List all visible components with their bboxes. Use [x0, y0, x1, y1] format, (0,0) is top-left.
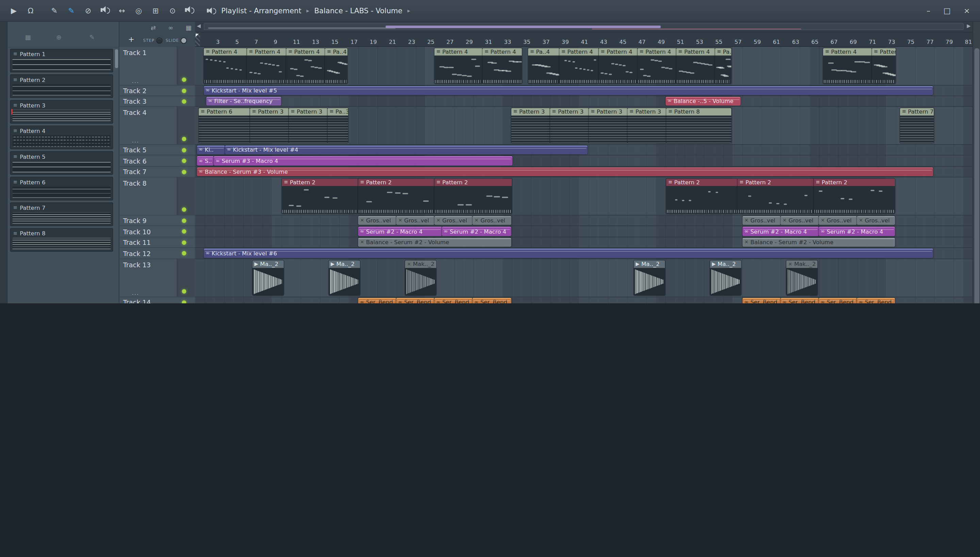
muted-clip[interactable]: ×Balance - Serum #2 - Volume — [743, 238, 895, 247]
step-toggle-knob[interactable] — [156, 37, 162, 44]
track-header-12[interactable]: Track 12 — [119, 248, 195, 259]
minimize-button[interactable]: – — [926, 6, 930, 15]
pattern-snap-icon[interactable]: ⊕ — [56, 34, 61, 41]
pattern-clip[interactable]: ≡Pattern 3 — [250, 108, 289, 143]
step-toggle[interactable]: STEP — [143, 37, 163, 44]
auto-clip[interactable]: ∞Serum #2 - Macro 4 — [358, 227, 442, 236]
auto-clip[interactable]: ∞Kickstart - Mix level #6 — [204, 249, 933, 258]
pattern-clip[interactable]: ≡Pattern 4 — [637, 48, 676, 84]
auto-clip[interactable]: ∞Ki.. — [197, 145, 225, 155]
auto-clip[interactable]: ∞Balance - Serum #3 - Volume — [197, 167, 933, 176]
pattern-item-2[interactable]: ≡Pattern 2 — [10, 75, 113, 98]
track-lane-7[interactable]: ∞Balance - Serum #3 - Volume — [195, 167, 972, 177]
maximize-button[interactable]: □ — [944, 6, 951, 15]
track-header-10[interactable]: Track 10 — [119, 226, 195, 237]
track-header-14[interactable]: Track 14 — [119, 297, 195, 303]
audio-clip[interactable]: ×Mak.._2 — [405, 261, 436, 295]
track-mute-led[interactable] — [182, 99, 186, 103]
muted-clip[interactable]: ×Balance - Serum #2 - Volume — [358, 238, 511, 247]
song-minimap[interactable] — [204, 23, 964, 30]
preview-speaker-icon[interactable] — [185, 6, 194, 16]
muted-clip[interactable]: ×Gros..vel — [358, 216, 396, 225]
track-header-11[interactable]: Track 11 — [119, 237, 195, 248]
muted-clip[interactable]: ×Gros..vel — [473, 216, 511, 225]
close-button[interactable]: × — [964, 6, 970, 15]
track-lane-11[interactable]: ×Balance - Serum #2 - Volume×Balance - S… — [195, 237, 972, 248]
track-mute-led[interactable] — [182, 88, 186, 93]
muted-clip[interactable]: ×Gros..vel — [857, 216, 895, 225]
track-mute-led[interactable] — [182, 240, 186, 244]
auto-clip[interactable]: ∞Serum #2 - Macro 4 — [442, 227, 511, 236]
track-lane-2[interactable]: ∞Kickstart - Mix level #5 — [195, 86, 972, 96]
track-mute-led[interactable] — [182, 229, 186, 234]
track-header-2[interactable]: Track 2 — [119, 86, 195, 96]
track-mute-led[interactable] — [182, 148, 186, 152]
track-lane-14[interactable]: ∞Ser..Bend∞Ser..Bend∞Ser..Bend∞Ser..Bend… — [195, 297, 972, 303]
track-lane-3[interactable]: ∞Filter - Se..frequency∞Balance -..5 - V… — [195, 96, 972, 107]
add-track-button[interactable]: + — [128, 35, 134, 44]
grid-icon[interactable]: ▦ — [186, 24, 191, 31]
track-header-4[interactable]: Track 4... — [119, 107, 195, 145]
pattern-clip[interactable]: ≡Pattern 2 — [666, 179, 737, 213]
track-mute-led[interactable] — [182, 137, 186, 141]
pattern-clip[interactable]: ≡Pattern 7 — [900, 108, 934, 143]
pattern-item-6[interactable]: ≡Pattern 6 — [10, 177, 113, 200]
track-mute-led[interactable] — [182, 218, 186, 223]
auto-clip[interactable]: ∞Ser..Bend — [819, 298, 857, 303]
auto-clip[interactable]: ∞Ser..Bend — [781, 298, 819, 303]
playback-tool-icon[interactable]: ⊙ — [167, 6, 177, 16]
draw-tool-icon[interactable]: ✎ — [49, 6, 59, 16]
auto-clip[interactable]: ∞Ser..Bend — [434, 298, 473, 303]
zoom-tool-icon[interactable]: ⊞ — [151, 6, 161, 16]
auto-clip[interactable]: ∞Kickstart - Mix level #4 — [225, 145, 587, 155]
auto-clip[interactable]: ∞Serum #2 - Macro 4 — [819, 227, 895, 236]
mute-speaker-icon[interactable] — [100, 6, 110, 16]
pattern-clip[interactable]: ≡Pattern 4 — [204, 48, 247, 84]
track-header-13[interactable]: Track 13... — [119, 259, 195, 297]
track-mute-led[interactable] — [182, 159, 186, 163]
timeline-ruler[interactable]: 3579111315171921232527293133353739414345… — [195, 33, 972, 47]
pattern-clip[interactable]: ≡Pattern 4 — [482, 48, 522, 84]
track-mute-led[interactable] — [182, 251, 186, 256]
pattern-clip[interactable]: ≡Pattern 4 — [434, 48, 482, 84]
playhead-marker[interactable] — [196, 34, 199, 37]
muted-clip[interactable]: ×Gros..vel — [396, 216, 434, 225]
pattern-clip[interactable]: ≡Pattern 2 — [737, 179, 813, 213]
track-lane-12[interactable]: ∞Kickstart - Mix level #6 — [195, 248, 972, 259]
pattern-clip[interactable]: ≡Pattern 4 — [286, 48, 325, 84]
link-icon[interactable]: ∞ — [168, 24, 173, 31]
auto-clip[interactable]: ∞Filter - Se..frequency — [206, 97, 281, 106]
pattern-clip[interactable]: ≡Pa..4 — [715, 48, 731, 84]
track-lane-5[interactable]: ∞Ki..∞Kickstart - Mix level #4 — [195, 145, 972, 155]
paint-tool-icon[interactable]: ✎ — [66, 6, 76, 16]
auto-clip[interactable]: ∞Kickstart - Mix level #5 — [204, 86, 933, 95]
titlebar[interactable]: ▶Ω ✎✎⊘↔◎⊞⊙ Playlist - Arrangement ▸ Bala… — [0, 0, 980, 22]
vertical-scrollbar[interactable] — [972, 22, 980, 303]
pattern-clip[interactable]: ≡Pattern 4 — [823, 48, 872, 84]
delete-tool-icon[interactable]: ⊘ — [83, 6, 93, 16]
track-header-3[interactable]: Track 3 — [119, 96, 195, 107]
pattern-clip[interactable]: ≡Pattern 2 — [434, 179, 512, 213]
pattern-clip[interactable]: ≡Pattern 4 — [872, 48, 896, 84]
audio-clip[interactable]: ▶Ma.._2 — [253, 261, 284, 295]
pattern-clip[interactable]: ≡Pattern 2 — [282, 179, 358, 213]
track-header-9[interactable]: Track 9 — [119, 216, 195, 226]
pattern-item-7[interactable]: ≡Pattern 7 — [10, 202, 113, 226]
audio-clip[interactable]: ×Mak.._2 — [786, 261, 818, 295]
pattern-item-8[interactable]: ≡Pattern 8 — [10, 228, 113, 252]
auto-clip[interactable]: ∞Serum #3 - Macro 4 — [214, 156, 513, 166]
track-mute-led[interactable] — [182, 300, 186, 303]
slide-toggle-knob[interactable] — [181, 37, 187, 44]
muted-clip[interactable]: ×Gros..vel — [743, 216, 781, 225]
track-header-8[interactable]: Track 8 — [119, 178, 195, 216]
track-header-5[interactable]: Track 5 — [119, 145, 195, 155]
pattern-list-scrollbar[interactable] — [115, 49, 118, 68]
track-lane-1[interactable]: ≡Pattern 4≡Pattern 4≡Pattern 4≡Pa..4≡Pat… — [195, 47, 972, 86]
track-mute-led[interactable] — [182, 207, 186, 212]
pattern-item-4[interactable]: ≡Pattern 4 — [10, 125, 113, 149]
track-header-7[interactable]: Track 7 — [119, 167, 195, 177]
select-tool-icon[interactable]: ◎ — [134, 6, 144, 16]
audio-clip[interactable]: ▶Ma.._2 — [710, 261, 742, 295]
pattern-clip[interactable]: ≡Pattern 4 — [676, 48, 715, 84]
auto-clip[interactable]: ∞Ser..Bend — [396, 298, 434, 303]
